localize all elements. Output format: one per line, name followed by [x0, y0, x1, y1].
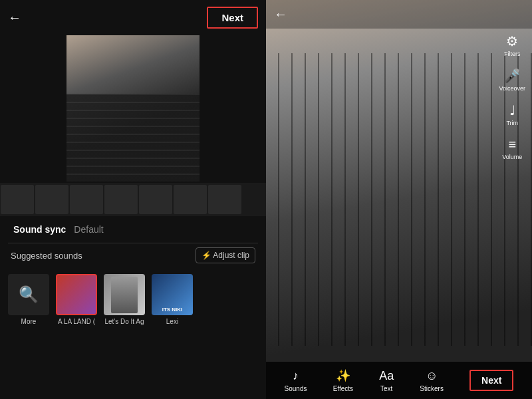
track-item-lexi[interactable]: ITS NIKI Lexi: [152, 274, 193, 325]
right-panel: ← ⚙ Filters 🎤 Voiceover ♩ Trim ≡ Volume …: [266, 0, 532, 399]
track-item-alaland[interactable]: A LA LAND (: [56, 274, 97, 325]
video-preview-left: [66, 35, 200, 182]
sound-sync-label: Sound sync: [13, 224, 66, 235]
filmstrip-bar: [0, 183, 266, 216]
filmstrip-item: [208, 185, 241, 214]
effects-icon: ✨: [336, 368, 350, 383]
keyboard-image-left: [66, 35, 200, 182]
sounds-icon: ♪: [293, 369, 299, 383]
track-label-more: More: [21, 318, 37, 325]
filmstrip-item: [70, 185, 103, 214]
filmstrip-item: [104, 185, 138, 214]
sound-sync-row: Sound sync Default: [0, 216, 266, 243]
search-thumb: 🔍: [8, 274, 49, 315]
stickers-label: Stickers: [420, 385, 444, 392]
suggested-row: Suggested sounds ⚡ Adjust clip: [0, 243, 266, 267]
suggested-sounds-label: Suggested sounds: [11, 251, 82, 261]
filmstrip-item: [1, 185, 34, 214]
filters-icon: ⚙: [506, 33, 518, 49]
keyboard-image-right: [266, 0, 532, 399]
text-icon: Aa: [379, 369, 394, 383]
keyboard-keys-overlay: [66, 94, 200, 182]
sounds-label: Sounds: [285, 385, 307, 392]
track-label-lexi: Lexi: [166, 318, 178, 325]
left-top-bar: ← Next: [0, 0, 266, 35]
album-portrait: [111, 277, 138, 313]
next-button-right[interactable]: Next: [469, 370, 513, 391]
back-arrow-left[interactable]: ←: [8, 10, 21, 25]
bottom-tool-effects[interactable]: ✨ Effects: [333, 368, 353, 392]
left-panel: ← Next Sound sync Default Suggested soun…: [0, 0, 266, 399]
adjust-clip-button[interactable]: ⚡ Adjust clip: [196, 247, 255, 263]
trim-icon: ♩: [509, 102, 515, 118]
next-button-left[interactable]: Next: [207, 7, 258, 29]
filmstrip-item: [174, 185, 207, 214]
bottom-tool-stickers[interactable]: ☺ Stickers: [420, 369, 444, 392]
its-niki-text: ITS NIKI: [153, 307, 192, 313]
volume-icon: ≡: [508, 137, 516, 152]
bottom-tool-sounds[interactable]: ♪ Sounds: [285, 369, 307, 392]
track-thumb-lexi: ITS NIKI: [152, 274, 193, 315]
track-thumb-alaland: [56, 274, 97, 315]
tool-voiceover[interactable]: 🎤 Voiceover: [499, 68, 525, 92]
track-label-alaland: A LA LAND (: [58, 318, 95, 325]
default-label: Default: [74, 224, 103, 235]
right-toolbar: ⚙ Filters 🎤 Voiceover ♩ Trim ≡ Volume: [499, 33, 525, 160]
album-art-person: [104, 274, 145, 315]
filters-label: Filters: [504, 51, 521, 57]
filmstrip-item: [35, 185, 68, 214]
right-top-bar: ←: [266, 0, 532, 29]
track-label-letsdo: Let's Do It Ag: [104, 318, 144, 325]
track-thumb-letsdo: [104, 274, 145, 315]
track-item-letsdo[interactable]: Let's Do It Ag: [104, 274, 145, 325]
tool-volume[interactable]: ≡ Volume: [499, 137, 525, 160]
stickers-icon: ☺: [426, 369, 438, 383]
volume-label: Volume: [502, 154, 522, 160]
tool-trim[interactable]: ♩ Trim: [499, 102, 525, 126]
text-label: Text: [380, 385, 392, 392]
search-icon: 🔍: [19, 285, 39, 304]
filmstrip-item: [139, 185, 172, 214]
back-arrow-right[interactable]: ←: [274, 7, 287, 22]
music-tracks: 🔍 More A LA LAND ( Let's Do It Ag ITS NI…: [0, 267, 266, 332]
trim-label: Trim: [506, 120, 518, 126]
effects-label: Effects: [333, 385, 353, 392]
right-bottom-bar: ♪ Sounds ✨ Effects Aa Text ☺ Stickers Ne…: [266, 362, 532, 399]
bottom-tool-text[interactable]: Aa Text: [379, 369, 394, 392]
track-item-more[interactable]: 🔍 More: [8, 274, 49, 325]
voiceover-icon: 🎤: [504, 68, 521, 84]
voiceover-label: Voiceover: [499, 85, 525, 92]
tool-filters[interactable]: ⚙ Filters: [499, 33, 525, 57]
